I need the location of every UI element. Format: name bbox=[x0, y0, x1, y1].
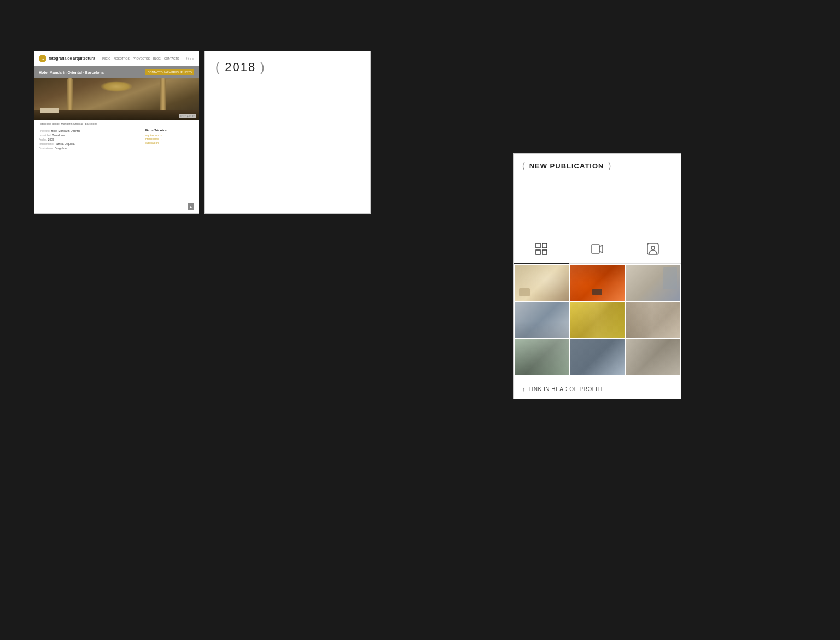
thumb-interior bbox=[570, 302, 624, 338]
ig-tabs[interactable] bbox=[514, 237, 681, 264]
close-bracket: ) bbox=[260, 60, 265, 74]
ig-thumb-8[interactable] bbox=[570, 339, 624, 375]
nav-proyectos: PROYECTOS bbox=[133, 57, 150, 60]
nav-social: ftgp bbox=[186, 57, 194, 60]
ig-image-grid bbox=[514, 264, 681, 376]
ig-thumb-4[interactable] bbox=[515, 302, 569, 338]
info-fecha: Fecha: 2009 bbox=[39, 137, 139, 142]
ficha-link-1: arquitectura → bbox=[145, 133, 194, 137]
thumb-interior-2 bbox=[626, 302, 680, 338]
thumb-7-detail bbox=[515, 339, 569, 375]
project-title: Hotel Mandarin Oriental · Barcelona bbox=[39, 71, 104, 74]
ig-profile-area bbox=[514, 177, 681, 237]
ig-footer: ↑ LINK IN HEAD OF PROFILE bbox=[514, 379, 681, 399]
website-logo: ★ fotografia de arquitectura bbox=[39, 55, 95, 62]
hero-badge: FOTO ▶ PLAY bbox=[179, 114, 196, 118]
ficha-link-3: publicación → bbox=[145, 141, 194, 144]
ig-panel-title: NEW PUBLICATION bbox=[529, 162, 604, 170]
project-info: Proyecto: Hotel Mandarin Oriental Locali… bbox=[39, 129, 139, 150]
hero-sofa bbox=[40, 108, 59, 113]
svg-rect-0 bbox=[536, 243, 540, 248]
website-nav: ★ fotografia de arquitectura INICIO NOSO… bbox=[34, 51, 199, 66]
grid-icon bbox=[535, 243, 547, 258]
thumb-scooter bbox=[592, 289, 602, 295]
year-header: ( 2018 ) bbox=[215, 60, 359, 74]
ficha-link-2: interiorismo → bbox=[145, 137, 194, 141]
logo-icon: ★ bbox=[39, 55, 46, 62]
svg-marker-5 bbox=[599, 245, 603, 253]
svg-rect-2 bbox=[536, 250, 540, 254]
nav-contacto: CONTACTO bbox=[164, 57, 179, 60]
svg-rect-1 bbox=[542, 243, 547, 248]
ig-thumb-3[interactable] bbox=[626, 265, 680, 301]
ig-header: ( NEW PUBLICATION ) bbox=[514, 154, 681, 177]
ficha-title: Ficha Técnica bbox=[145, 129, 194, 132]
svg-point-7 bbox=[651, 246, 655, 249]
thumb-chair bbox=[519, 288, 530, 296]
ig-thumb-7[interactable] bbox=[515, 339, 569, 375]
thumb-9-detail bbox=[626, 339, 680, 375]
thumb-building bbox=[663, 267, 677, 289]
ig-thumb-5[interactable] bbox=[570, 302, 624, 338]
ig-grid-row-2 bbox=[515, 302, 680, 338]
user-tag-icon bbox=[647, 243, 659, 258]
video-icon bbox=[591, 243, 603, 258]
ig-thumb-1[interactable] bbox=[515, 265, 569, 301]
svg-rect-3 bbox=[542, 250, 547, 254]
nav-blog: BLOG bbox=[153, 57, 161, 60]
website-panel: ★ fotografia de arquitectura INICIO NOSO… bbox=[34, 51, 199, 214]
website-caption: Fotografía desde: Mandarin Oriental · Ba… bbox=[34, 120, 199, 126]
website-hero-image: FOTO ▶ PLAY bbox=[34, 78, 199, 120]
hero-floor bbox=[34, 110, 199, 120]
info-proyecto: Proyecto: Hotel Mandarin Oriental bbox=[39, 129, 139, 133]
nav-nosotros: NOSOTROS bbox=[114, 57, 130, 60]
ig-grid-row-1 bbox=[515, 265, 680, 301]
info-localidad: Localidad: Barcelona bbox=[39, 133, 139, 137]
ficha-tecnica: Ficha Técnica arquitectura → interiorism… bbox=[145, 129, 194, 150]
thumb-8-detail bbox=[570, 339, 624, 375]
header-cta: CONTACTO PARA PRESUPUESTO bbox=[145, 69, 194, 75]
scroll-up-arrow[interactable]: ▲ bbox=[188, 203, 194, 210]
thumb-arch bbox=[515, 322, 569, 338]
website-content: Proyecto: Hotel Mandarin Oriental Locali… bbox=[34, 126, 199, 153]
thumb-2-detail bbox=[570, 265, 624, 301]
nav-inicio: INICIO bbox=[102, 57, 110, 60]
logo-text: fotografia de arquitectura bbox=[49, 56, 95, 61]
website-header-bar: Hotel Mandarin Oriental · Barcelona CONT… bbox=[34, 66, 199, 78]
year-panel: ( 2018 ) bbox=[204, 51, 371, 214]
svg-rect-4 bbox=[592, 245, 599, 253]
tab-video[interactable] bbox=[569, 237, 625, 263]
hero-ceiling bbox=[100, 81, 133, 92]
ig-open-bracket: ( bbox=[522, 161, 525, 170]
ig-thumb-2[interactable] bbox=[570, 265, 624, 301]
info-contratante: Contratante: Dragolmo bbox=[39, 146, 139, 150]
year-value: 2018 bbox=[225, 60, 256, 74]
open-bracket: ( bbox=[215, 60, 220, 74]
ig-thumb-9[interactable] bbox=[626, 339, 680, 375]
tab-tagged[interactable] bbox=[625, 237, 681, 263]
nav-links: INICIO NOSOTROS PROYECTOS BLOG CONTACTO bbox=[102, 57, 179, 60]
tab-grid[interactable] bbox=[514, 237, 569, 263]
ig-close-bracket: ) bbox=[608, 161, 611, 170]
ig-grid-row-3 bbox=[515, 339, 680, 375]
footer-arrow-icon: ↑ bbox=[522, 386, 526, 392]
ig-thumb-6[interactable] bbox=[626, 302, 680, 338]
link-in-profile-text: LINK IN HEAD OF PROFILE bbox=[529, 386, 605, 392]
info-interiorismo: Interiorismo: Patricia Urquiola bbox=[39, 142, 139, 146]
instagram-panel: ( NEW PUBLICATION ) bbox=[513, 153, 681, 399]
